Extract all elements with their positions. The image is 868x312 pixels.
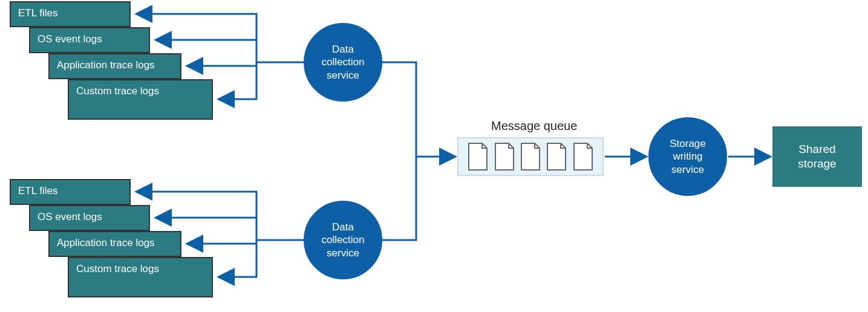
document-icon [572, 142, 595, 171]
log-source-box-top-3: Application trace logs [48, 53, 181, 79]
box-label: Shared storage [798, 142, 836, 171]
data-collection-service-top: Data collection service [304, 23, 382, 102]
document-icon [519, 142, 542, 171]
document-icon [493, 142, 516, 171]
message-queue-label: Message queue [491, 119, 577, 133]
arrow-bottom-circle-to-queue [381, 157, 416, 240]
document-icon [545, 142, 568, 171]
log-source-box-bottom-3: Application trace logs [48, 231, 181, 257]
log-source-label: Custom trace logs [76, 263, 159, 275]
circle-label: Data collection service [322, 43, 365, 82]
log-source-box-bottom-4: Custom trace logs [68, 257, 213, 297]
log-source-label: OS event logs [38, 33, 102, 45]
arrow-top-circle-to-queue [381, 62, 454, 157]
circle-label: Data collection service [322, 221, 365, 259]
circle-label: Storage writing service [670, 137, 706, 176]
log-source-label: Custom trace logs [76, 85, 159, 97]
arrow-top-to-custom [220, 62, 256, 99]
shared-storage: Shared storage [772, 126, 862, 187]
log-source-box-top-4: Custom trace logs [68, 79, 213, 120]
document-icon [466, 142, 489, 171]
log-source-label: ETL files [18, 185, 58, 197]
message-queue [457, 137, 604, 176]
storage-writing-service: Storage writing service [648, 117, 727, 196]
log-source-box-bottom-1: ETL files [10, 179, 131, 205]
log-source-label: Application trace logs [57, 237, 155, 249]
log-source-label: ETL files [18, 7, 58, 19]
log-source-box-top-1: ETL files [10, 1, 131, 27]
log-source-box-bottom-2: OS event logs [29, 205, 150, 231]
log-source-label: Application trace logs [57, 59, 155, 71]
arrow-bottom-to-custom [220, 240, 256, 277]
log-source-box-top-2: OS event logs [29, 27, 150, 53]
data-collection-service-bottom: Data collection service [304, 201, 382, 279]
log-source-label: OS event logs [38, 211, 102, 223]
